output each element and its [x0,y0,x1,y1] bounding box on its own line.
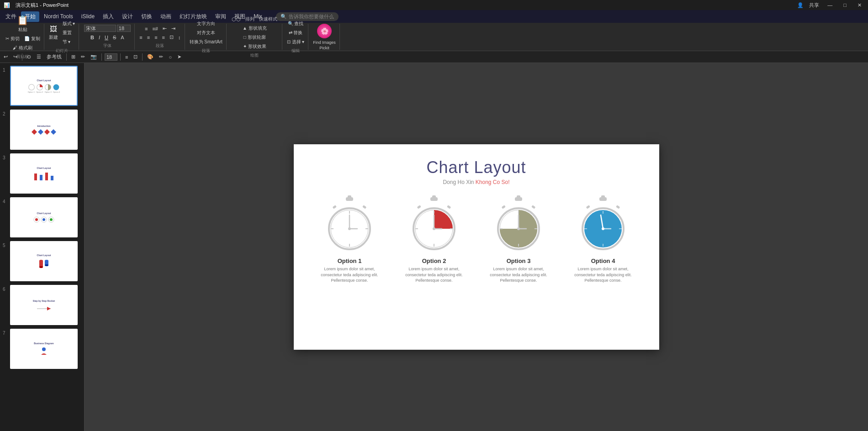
svg-rect-28 [348,195,351,198]
undo-button[interactable]: ↩ [2,53,10,60]
color-palette-btn[interactable]: 🎨 [145,53,155,60]
subtitle-normal: Dong Ho Xin [443,179,475,185]
slide-item-2[interactable]: 2 Introduction [2,109,82,151]
screenshot-button[interactable]: 📷 [89,53,99,60]
font-family-input[interactable] [84,25,116,32]
shape-fill-button[interactable]: ▲ 形状填充 [241,24,269,32]
slide-thumb-7[interactable]: Business Diagram [10,329,78,369]
arrow-btn[interactable]: ➤ [175,53,183,60]
copy-button[interactable]: 📄 复制 [22,35,42,43]
list-number-button[interactable]: ≡# [150,25,160,32]
slide-item-4[interactable]: 4 Chart Layout [2,196,82,238]
menu-design[interactable]: 设计 [118,11,137,22]
select-button[interactable]: ⊡ 选择 ▾ [285,38,307,46]
svg-point-13 [35,218,38,221]
search-bar[interactable]: 🔍 告诉我你想要做什么 [276,12,339,21]
paste-button[interactable]: 📋 粘贴 [15,14,30,34]
format-painter-button[interactable]: 🖌 格式刷 [11,44,34,52]
slide-item-1[interactable]: 1 Chart Layout Option 1 · Option 2 · Opt… [2,65,82,107]
font-size-secondary[interactable] [105,53,117,61]
italic-button[interactable]: I [97,34,102,41]
font-color-button[interactable]: A [119,34,126,41]
shape-outline-button[interactable]: □ 形状轮廓 [242,33,268,42]
svg-rect-19 [39,261,43,267]
svg-rect-55 [502,205,506,209]
layout-button[interactable]: 版式 ▾ [61,20,77,28]
pen-button[interactable]: ✏ [79,53,87,60]
menu-bar: 文件 开始 Nordri Tools iSlide 插入 设计 切换 动画 幻灯… [0,10,868,23]
table-btn[interactable]: ⊡ [132,53,139,60]
line-spacing-button[interactable]: ↕ [176,34,183,41]
justify-button[interactable]: ≡ [160,34,167,41]
align-right-button[interactable]: ≡ [153,34,159,41]
file-name: 演示文稿1 - PowerPoint [16,2,69,9]
columns-button[interactable]: ⊡ [168,33,175,41]
slide-thumb-3[interactable]: Chart Layout [10,153,78,194]
draw-pen-btn[interactable]: ✏ [157,53,165,60]
svg-point-52 [433,227,435,230]
slide-item-5[interactable]: 5 Chart Layout [2,240,82,282]
slide-group: 🖼 新建 版式 ▾ 重置 节 ▾ 幻灯片 [45,24,79,50]
slide-item-6[interactable]: 6 Step by Step Rocket [2,284,82,326]
canvas-area: Chart Layout Dong Ho Xin Khong Co So! [85,63,868,431]
menu-insert[interactable]: 插入 [99,11,117,22]
slide-item-3[interactable]: 3 Chart Layout [2,152,82,194]
app-icon: 📊 [4,2,10,8]
svg-rect-11 [51,176,53,180]
view-outline-button[interactable]: ☰ [35,53,43,60]
replace-button[interactable]: ⇄ 替换 [287,29,305,37]
strikethrough-button[interactable]: S [111,34,118,41]
option-3-label: Option 3 [507,258,531,264]
user-icon: 👤 [797,2,804,8]
title-bar: 📊 演示文稿1 - PowerPoint 👤 共享 — □ ✕ [0,0,868,10]
option-1-item: Option 1 Lorem ipsum dolor sit amet, con… [314,194,385,284]
shapes-button[interactable]: ⬡⬡ [230,16,243,23]
reset-button[interactable]: 重置 [61,29,77,37]
text-direction-button[interactable]: 文字方向 [195,20,217,28]
minimize-btn[interactable]: — [825,2,835,8]
align-left-button[interactable]: ≡ [138,34,144,41]
slide-thumb-2[interactable]: Introduction [10,110,78,150]
underline-button[interactable]: U [103,34,110,41]
cut-button[interactable]: ✂ 剪切 [4,35,21,43]
slide-num-6: 6 [3,287,8,292]
find-button[interactable]: 🔍 查找 [286,20,306,28]
arrange-button[interactable]: 排列 [243,15,256,23]
guides-button[interactable]: 参考线 [45,53,64,61]
close-btn[interactable]: ✕ [855,2,864,8]
new-slide-button[interactable]: 🖼 新建 [47,24,60,42]
slide-thumb-6[interactable]: Step by Step Rocket [10,285,78,325]
indent-increase-button[interactable]: ⇥ [169,25,177,32]
slide-panel: 1 Chart Layout Option 1 · Option 2 · Opt… [0,63,85,431]
slide-item-7[interactable]: 7 Business Diagram [2,328,82,370]
align-center-button[interactable]: ≡ [145,34,152,41]
align-text-button[interactable]: 对齐文本 [195,29,217,37]
quick-styles-button[interactable]: 快速样式 [257,15,279,23]
pickit-button[interactable]: 🌸 Find Images Pickit [311,23,338,51]
font-size-input[interactable] [117,25,131,32]
option-4-clock [573,194,633,254]
svg-marker-5 [38,129,43,135]
grid-button[interactable]: ⊞ [69,53,77,60]
slide-thumb-5[interactable]: Chart Layout [10,241,78,281]
slide-thumb-1[interactable]: Chart Layout Option 1 · Option 2 · Optio… [10,66,78,106]
smartart-button[interactable]: 转换为 SmartArt [188,38,224,46]
indent-decrease-button[interactable]: ⇤ [161,25,169,32]
drawing-group: ⬡⬡ 排列 快速样式 ▲ 形状填充 □ 形状轮廓 ✦ 形状效果 绘图 [228,24,282,50]
bold-button[interactable]: B [89,34,96,41]
share-button[interactable]: 共享 [809,2,819,9]
clipboard-group: 📋 粘贴 ✂ 剪切 📄 复制 🖌 格式刷 剪贴板 [2,24,44,50]
view-normal-button[interactable]: ⊙ [25,53,33,60]
shape-effect-button[interactable]: ✦ 形状效果 [241,42,268,51]
menu-islide[interactable]: iSlide [78,12,98,21]
list-bullet-button[interactable]: ≡ [143,25,149,32]
maximize-btn[interactable]: □ [841,2,849,8]
option-1-desc: Lorem ipsum dolor sit amet, consectetur … [314,266,385,284]
section-button[interactable]: 节 ▾ [61,38,77,46]
menu-animation[interactable]: 动画 [157,11,175,22]
menu-transition[interactable]: 切换 [138,11,156,22]
slide-thumb-4[interactable]: Chart Layout [10,197,78,237]
paragraph-btn[interactable]: ≡ [123,54,130,60]
shape-circle-btn[interactable]: ○ [167,54,174,60]
redo-button[interactable]: ↪ [11,53,19,60]
